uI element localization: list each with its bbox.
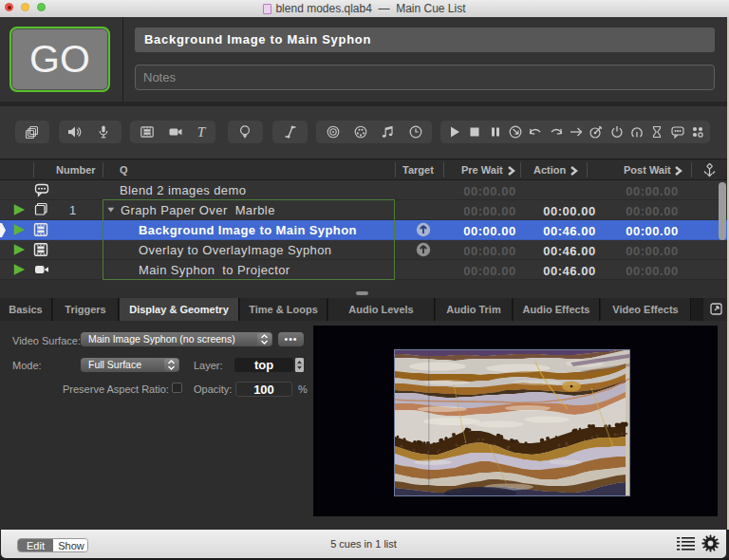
svg-text:T: T [197, 124, 207, 140]
